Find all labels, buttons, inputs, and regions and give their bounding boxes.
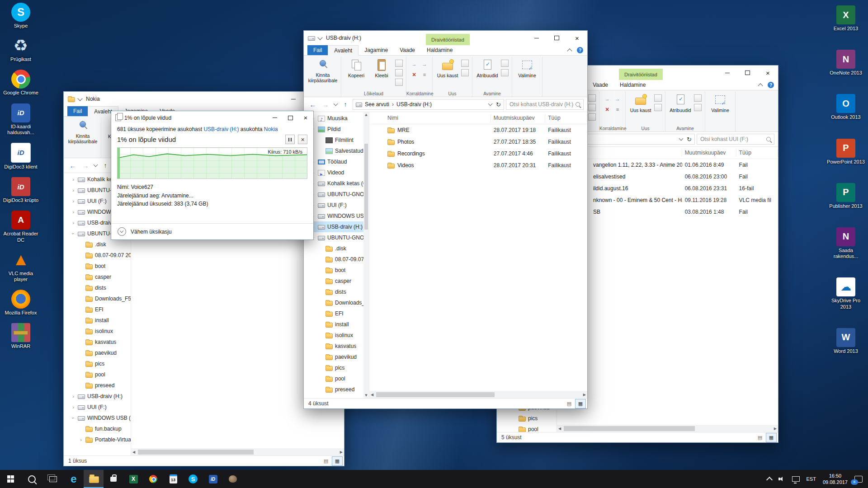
desktop-icon[interactable]: S Skype: [1, 3, 40, 29]
tab-view[interactable]: Vaade: [394, 45, 421, 55]
desktop-icon[interactable]: Mozilla Firefox: [1, 290, 40, 316]
forward-button[interactable]: [80, 160, 91, 171]
tree-item[interactable]: pool: [304, 373, 363, 384]
rename-icon[interactable]: [614, 106, 621, 113]
address-dropdown-icon[interactable]: [488, 102, 493, 106]
search-box[interactable]: Otsi kohast UUI (F:): [697, 134, 774, 145]
taskbar-app-button[interactable]: e: [64, 470, 84, 488]
edit-icon[interactable]: [694, 94, 702, 102]
help-icon[interactable]: ?: [577, 47, 583, 53]
taskbar-app-button[interactable]: [104, 470, 123, 488]
desktop-icon[interactable]: ☁ SkyDrive Pro 2013: [826, 277, 865, 310]
file-row[interactable]: Videos 28.07.2017 20:31 Failikaust: [369, 160, 587, 171]
thumbnails-view-button[interactable]: ▦: [575, 399, 586, 408]
scroll-left-icon[interactable]: ◀: [371, 393, 373, 397]
easy-access-icon[interactable]: [461, 69, 469, 76]
pin-to-quick-access-button[interactable]: Kinnita kiirpääsuribale: [307, 57, 339, 83]
details-view-button[interactable]: ▤: [321, 456, 331, 466]
scroll-left-icon[interactable]: ◀: [132, 450, 135, 454]
desktop-icon[interactable]: P PowerPoint 2013: [826, 139, 865, 165]
desktop-icon[interactable]: N OneNote 2013: [826, 50, 865, 76]
expand-chevron-icon[interactable]: [71, 220, 75, 225]
minimize-button[interactable]: [717, 66, 737, 80]
ribbon-collapse-icon[interactable]: [567, 48, 572, 53]
scroll-thumb[interactable]: [564, 426, 695, 431]
tree-item[interactable]: paevikud: [64, 347, 131, 358]
horizontal-scrollbar[interactable]: ◀ ▶: [369, 391, 587, 398]
scroll-right-icon[interactable]: ▶: [340, 450, 343, 454]
tree-item[interactable]: Downloads_F5BF: [304, 297, 363, 308]
tree-item[interactable]: .disk: [304, 243, 363, 254]
drive-tools-context-tab[interactable]: Draivitööriistad: [619, 69, 663, 80]
desktop-icon[interactable]: P Publisher 2013: [826, 183, 865, 209]
new-item-icon[interactable]: [654, 94, 662, 102]
tree-item[interactable]: 08.07-09.07 2017: [304, 254, 363, 265]
desktop-icon[interactable]: N Saada rakendus...: [826, 227, 865, 259]
maximize-button[interactable]: [283, 111, 298, 124]
refresh-icon[interactable]: [687, 136, 692, 143]
column-date[interactable]: Muutmiskuupäev: [491, 114, 545, 122]
task-view-button[interactable]: [42, 470, 64, 488]
taskbar-search-button[interactable]: [21, 470, 42, 488]
column-date[interactable]: Muutmiskuupäev: [682, 149, 736, 157]
expand-chevron-icon[interactable]: [71, 415, 75, 421]
tree-item[interactable]: EFI: [64, 304, 131, 315]
desktop-icon[interactable]: iD ID-kaardi haldusvah...: [1, 103, 40, 136]
desktop-icon[interactable]: Google Chrome: [1, 70, 40, 96]
scroll-right-icon[interactable]: ▶: [583, 393, 586, 397]
copy-path-icon[interactable]: [588, 104, 596, 111]
properties-button[interactable]: Atribuudid: [475, 57, 500, 78]
details-view-button[interactable]: ▤: [755, 433, 765, 442]
ribbon-collapse-icon[interactable]: [758, 83, 763, 88]
tree-item[interactable]: pics: [304, 362, 363, 373]
delete-icon[interactable]: [410, 71, 418, 78]
file-row[interactable]: ildid.august.16 06.08.2016 23:31 16-fail: [557, 183, 778, 194]
file-row[interactable]: elisalvestised 06.08.2016 23:00 Fail: [557, 171, 778, 183]
taskbar-app-button[interactable]: [223, 470, 243, 488]
pin-to-quick-access-button[interactable]: Kinnita kiirpääsuribale: [67, 118, 99, 144]
taskbar-app-button[interactable]: X: [123, 470, 143, 488]
taskbar-app-button[interactable]: [143, 470, 163, 488]
thumbnails-view-button[interactable]: ▦: [766, 433, 777, 442]
tab-manage[interactable]: Haldamine: [421, 45, 458, 55]
history-icon[interactable]: [694, 104, 702, 111]
history-dropdown-icon[interactable]: [333, 99, 338, 110]
cut-icon[interactable]: [588, 94, 596, 102]
close-button[interactable]: [298, 111, 313, 124]
quick-access-chevron-icon[interactable]: [317, 35, 322, 40]
tree-item[interactable]: kasvatus: [64, 337, 131, 347]
tree-item[interactable]: Portable-Virtual: [64, 434, 131, 445]
drive-tools-context-tab[interactable]: Draivitööriistad: [426, 34, 470, 45]
expand-chevron-icon[interactable]: [71, 404, 75, 410]
paste-button[interactable]: Kleebi: [369, 57, 394, 78]
expand-chevron-icon[interactable]: [79, 437, 83, 442]
column-name[interactable]: Nimi: [369, 114, 491, 122]
tree-item[interactable]: fun.backup: [64, 423, 131, 434]
tab-home[interactable]: Avaleht: [328, 45, 359, 56]
up-button[interactable]: [340, 99, 351, 110]
rename-icon[interactable]: [421, 71, 428, 78]
tree-item[interactable]: preseed: [304, 384, 363, 395]
close-button[interactable]: [567, 31, 587, 45]
scroll-thumb[interactable]: [364, 144, 368, 230]
easy-access-icon[interactable]: [654, 104, 662, 111]
copy-to-icon[interactable]: [614, 95, 621, 103]
tree-item[interactable]: casper: [64, 272, 131, 282]
tree-item[interactable]: pool: [497, 424, 557, 432]
selection-button[interactable]: Valimine: [514, 57, 540, 78]
sidebar-scrollbar[interactable]: [363, 112, 369, 398]
horizontal-scrollbar[interactable]: ◀ ▶: [131, 448, 344, 455]
column-type[interactable]: Tüüp: [545, 114, 587, 122]
file-row[interactable]: Photos 27.07.2017 18:35 Failikaust: [369, 136, 587, 148]
breadcrumb-location[interactable]: USB-draiv (H:): [396, 101, 432, 108]
maximize-button[interactable]: [547, 31, 567, 45]
tree-item[interactable]: 08.07-09.07 2017: [64, 250, 131, 261]
start-button[interactable]: [0, 470, 21, 488]
tray-expand-chevron-icon[interactable]: [766, 477, 772, 483]
volume-icon[interactable]: [778, 476, 785, 482]
tree-item[interactable]: USB-draiv (H:): [64, 391, 131, 402]
copy-button[interactable]: Kopeeri: [344, 57, 369, 78]
column-type[interactable]: Tüüp: [736, 149, 778, 157]
tree-item[interactable]: .disk: [64, 239, 131, 250]
details-view-button[interactable]: ▤: [564, 399, 575, 408]
